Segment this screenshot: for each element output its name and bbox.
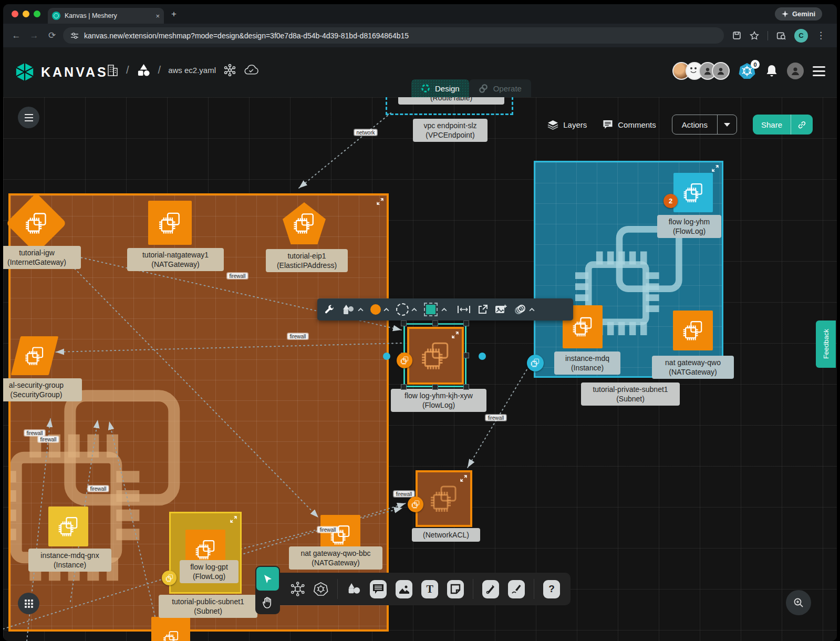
add-image-icon[interactable] bbox=[495, 304, 507, 315]
node-flow-log-selected[interactable] bbox=[403, 323, 466, 387]
lens-icon[interactable] bbox=[776, 31, 786, 40]
browser-menu-icon[interactable]: ⋮ bbox=[816, 30, 825, 41]
kubernetes-tool-icon[interactable] bbox=[314, 581, 328, 597]
close-window-button[interactable] bbox=[12, 11, 18, 17]
resize-handle[interactable] bbox=[463, 384, 469, 390]
user-avatar[interactable] bbox=[787, 63, 804, 79]
component-chip-icon bbox=[292, 211, 317, 235]
node-instance-mdq-gnx[interactable] bbox=[48, 506, 88, 546]
resize-handle[interactable] bbox=[401, 384, 407, 390]
resize-handle[interactable] bbox=[463, 353, 469, 358]
collaborator-avatar[interactable] bbox=[712, 62, 730, 80]
new-tab-button[interactable]: + bbox=[171, 9, 177, 19]
lasso-tool[interactable] bbox=[514, 304, 535, 315]
freehand-pen-tool-button[interactable] bbox=[508, 580, 525, 598]
zoom-search-button[interactable] bbox=[786, 590, 811, 615]
cloud-sync-icon[interactable] bbox=[244, 64, 259, 76]
tab-operate[interactable]: Operate bbox=[469, 79, 531, 97]
edge-pen-tool-button[interactable] bbox=[482, 580, 499, 598]
back-button[interactable]: ← bbox=[7, 30, 25, 41]
resize-handle[interactable] bbox=[401, 320, 407, 326]
actions-button[interactable]: Actions bbox=[672, 115, 717, 134]
flow-log-gpt-badge[interactable] bbox=[162, 571, 177, 585]
pan-tool-button[interactable] bbox=[259, 593, 276, 612]
wrench-icon[interactable] bbox=[324, 304, 335, 315]
edge-line[interactable] bbox=[299, 113, 391, 188]
app-menu-icon[interactable] bbox=[813, 66, 825, 76]
component-chip-icon bbox=[419, 339, 452, 372]
copy-link-button[interactable] bbox=[791, 115, 813, 135]
canvas-menu-button[interactable] bbox=[18, 107, 39, 128]
design-file-name[interactable]: aws ec2.yaml bbox=[168, 66, 216, 75]
resize-width-icon[interactable] bbox=[457, 305, 471, 314]
fullscreen-window-button[interactable] bbox=[34, 11, 40, 17]
resize-handle[interactable] bbox=[432, 384, 438, 390]
selected-node-body[interactable] bbox=[407, 327, 464, 385]
tab-design[interactable]: Design bbox=[411, 79, 469, 97]
design-canvas[interactable]: (RouteTable) vpc endpoint-slz(VPCEndpoin… bbox=[3, 97, 837, 641]
minimize-window-button[interactable] bbox=[23, 11, 29, 17]
select-tool-button[interactable] bbox=[256, 567, 279, 591]
grid-icon bbox=[25, 599, 33, 608]
fill-color-tool[interactable] bbox=[370, 304, 389, 315]
subnet-edge-badge[interactable] bbox=[527, 355, 544, 371]
resize-handle-icon[interactable] bbox=[452, 332, 459, 338]
flow-log-yhm-count-badge: 2 bbox=[663, 194, 678, 208]
forward-button[interactable]: → bbox=[25, 30, 43, 41]
resize-handle-icon[interactable] bbox=[230, 516, 237, 523]
environment-button[interactable]: 0 bbox=[739, 63, 756, 79]
edge-anchor-dot[interactable] bbox=[479, 353, 486, 360]
kanvas-logo-text: KANVAS bbox=[41, 65, 108, 80]
edge-line[interactable] bbox=[109, 421, 161, 641]
network-acl-badge[interactable] bbox=[408, 497, 423, 512]
edge-anchor-dot[interactable] bbox=[383, 353, 390, 360]
sticky-note-tool-button[interactable] bbox=[447, 580, 464, 598]
node-partial-bottom[interactable] bbox=[151, 617, 190, 641]
bookmark-star-icon[interactable] bbox=[750, 31, 759, 40]
resize-handle-icon[interactable] bbox=[377, 198, 383, 205]
image-tool-button[interactable] bbox=[396, 580, 412, 598]
organization-icon[interactable] bbox=[106, 63, 119, 77]
layers-button[interactable]: Layers bbox=[547, 120, 587, 130]
gemini-button[interactable]: Gemini bbox=[775, 7, 822, 20]
selection-style-tool[interactable] bbox=[396, 303, 417, 316]
address-bar[interactable]: kanvas.new/extension/meshmap?mode=design… bbox=[63, 27, 724, 44]
save-icon[interactable] bbox=[732, 31, 741, 40]
help-tool-button[interactable]: ? bbox=[543, 580, 560, 598]
dock-primary-tools bbox=[255, 566, 280, 614]
selected-node-badge[interactable] bbox=[397, 353, 412, 368]
mini-chip-icon bbox=[530, 358, 540, 368]
text-tool-button[interactable]: T bbox=[421, 580, 438, 598]
feedback-tab[interactable]: Feedback bbox=[816, 320, 836, 368]
open-in-new-icon[interactable] bbox=[478, 304, 488, 315]
resize-handle[interactable] bbox=[463, 320, 469, 326]
node-tutorial-natgateway1[interactable] bbox=[148, 201, 192, 245]
node-nat-gateway-qwo[interactable] bbox=[673, 311, 713, 350]
notifications-bell-icon[interactable] bbox=[765, 64, 778, 78]
site-settings-icon bbox=[70, 32, 79, 40]
shapes-tool-group[interactable] bbox=[341, 304, 364, 315]
resize-handle[interactable] bbox=[432, 320, 438, 326]
url-text: kanvas.new/extension/meshmap?mode=design… bbox=[84, 32, 409, 40]
comments-button[interactable]: Comments bbox=[603, 120, 656, 130]
node-flow-log-yhm[interactable] bbox=[673, 173, 713, 212]
node-network-acl[interactable] bbox=[416, 470, 472, 527]
shapes-tool-icon[interactable] bbox=[347, 582, 361, 596]
edge-line[interactable] bbox=[69, 263, 318, 518]
resize-handle-icon[interactable] bbox=[712, 165, 719, 172]
component-chip-icon bbox=[160, 629, 182, 641]
browser-profile-avatar[interactable]: C bbox=[794, 29, 808, 43]
browser-tab[interactable]: Kanvas | Meshery × bbox=[48, 8, 164, 24]
edge-line[interactable] bbox=[56, 343, 401, 352]
workspace-icon[interactable] bbox=[137, 64, 151, 77]
resize-handle-icon[interactable] bbox=[460, 475, 467, 482]
mesh-sync-icon[interactable] bbox=[291, 581, 305, 597]
share-button[interactable]: Share bbox=[753, 115, 791, 135]
reload-button[interactable]: ⟳ bbox=[43, 30, 61, 41]
shape-swap-tool[interactable] bbox=[426, 305, 447, 314]
close-tab-icon[interactable]: × bbox=[155, 12, 160, 20]
comment-tool-button[interactable] bbox=[370, 580, 387, 598]
actions-dropdown-button[interactable] bbox=[717, 115, 737, 134]
merge-designs-icon[interactable] bbox=[223, 64, 236, 77]
apps-grid-button[interactable] bbox=[18, 593, 39, 614]
